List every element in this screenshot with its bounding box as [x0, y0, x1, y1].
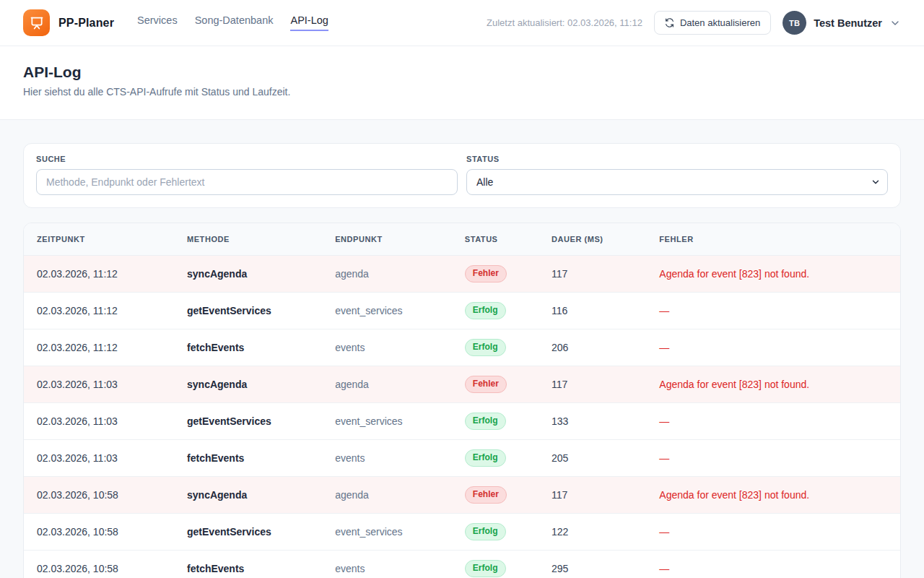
table-row: 02.03.2026, 10:58getEventServicesevent_s…: [24, 514, 900, 551]
endpoint-cell: agenda: [323, 256, 453, 293]
refresh-button-label: Daten aktualisieren: [680, 17, 760, 28]
status-select[interactable]: Alle: [466, 169, 888, 195]
endpoint-cell: events: [323, 551, 453, 578]
table-row: 02.03.2026, 11:12fetchEventseventsErfolg…: [24, 329, 900, 366]
error-message-cell: —: [648, 329, 900, 366]
refresh-button[interactable]: Daten aktualisieren: [654, 11, 771, 35]
method-cell: fetchEvents: [175, 551, 323, 578]
method-cell: syncAgenda: [175, 477, 323, 514]
duration-cell: 116: [540, 293, 648, 329]
status-cell: Fehler: [453, 477, 540, 514]
timestamp-cell: 02.03.2026, 11:03: [24, 366, 175, 403]
duration-cell: 122: [540, 514, 648, 551]
endpoint-cell: events: [323, 440, 453, 477]
table-row: 02.03.2026, 11:12syncAgendaagendaFehler1…: [24, 256, 900, 293]
table-row: 02.03.2026, 10:58syncAgendaagendaFehler1…: [24, 477, 900, 514]
endpoint-cell: event_services: [323, 293, 453, 329]
avatar: TB: [783, 11, 806, 35]
endpoint-cell: events: [323, 329, 453, 366]
table-row: 02.03.2026, 10:58fetchEventseventsErfolg…: [24, 551, 900, 578]
status-label: STATUS: [466, 155, 888, 163]
filter-card: SUCHE STATUS Alle: [23, 143, 901, 208]
duration-cell: 117: [540, 366, 648, 403]
status-badge: Erfolg: [465, 560, 506, 577]
status-field: STATUS Alle: [466, 155, 888, 195]
status-cell: Erfolg: [453, 551, 540, 578]
timestamp-cell: 02.03.2026, 10:58: [24, 551, 175, 578]
endpoint-cell: agenda: [323, 477, 453, 514]
app-logo-icon: [23, 9, 50, 36]
nav-item-services[interactable]: Services: [137, 14, 178, 31]
status-badge: Erfolg: [465, 523, 506, 540]
status-badge: Erfolg: [465, 413, 506, 430]
navbar: PP-Planer Services Song-Datenbank API-Lo…: [0, 0, 924, 46]
nav-item-api-log[interactable]: API-Log: [290, 14, 328, 31]
error-message-cell: Agenda for event [823] not found.: [648, 477, 900, 514]
navbar-right: Zuletzt aktualisiert: 02.03.2026, 11:12 …: [487, 11, 901, 35]
page-title: API-Log: [23, 64, 901, 81]
timestamp-cell: 02.03.2026, 10:58: [24, 477, 175, 514]
error-message-cell: Agenda for event [823] not found.: [648, 256, 900, 293]
status-cell: Erfolg: [453, 514, 540, 551]
nav-item-song-datenbank[interactable]: Song-Datenbank: [195, 14, 274, 31]
status-cell: Fehler: [453, 366, 540, 403]
column-header-zeitpunkt: ZEITPUNKT: [24, 223, 175, 256]
table-row: 02.03.2026, 11:03fetchEventseventsErfolg…: [24, 440, 900, 477]
timestamp-cell: 02.03.2026, 11:12: [24, 256, 175, 293]
duration-cell: 117: [540, 477, 648, 514]
chevron-down-icon: [889, 17, 901, 29]
method-cell: syncAgenda: [175, 256, 323, 293]
search-label: SUCHE: [36, 155, 458, 163]
status-badge: Erfolg: [465, 339, 506, 356]
user-name: Test Benutzer: [814, 17, 882, 29]
status-cell: Erfolg: [453, 440, 540, 477]
column-header-status: STATUS: [453, 223, 540, 256]
status-cell: Erfolg: [453, 329, 540, 366]
user-menu[interactable]: TB Test Benutzer: [783, 11, 901, 35]
status-badge: Erfolg: [465, 449, 506, 467]
method-cell: getEventServices: [175, 403, 323, 440]
error-message-cell: —: [648, 514, 900, 551]
table-row: 02.03.2026, 11:03syncAgendaagendaFehler1…: [24, 366, 900, 403]
timestamp-cell: 02.03.2026, 11:03: [24, 440, 175, 477]
brand[interactable]: PP-Planer: [23, 9, 114, 36]
column-header-methode: METHODE: [175, 223, 323, 256]
column-header-fehler: FEHLER: [648, 223, 900, 256]
page-subtitle: Hier siehst du alle CTS-API-Aufrufe mit …: [23, 86, 901, 98]
table-header-row: ZEITPUNKT METHODE ENDPUNKT STATUS DAUER …: [24, 223, 900, 256]
column-header-dauer: DAUER (MS): [540, 223, 648, 256]
column-header-endpunkt: ENDPUNKT: [323, 223, 453, 256]
endpoint-cell: event_services: [323, 514, 453, 551]
status-badge: Fehler: [465, 486, 507, 504]
log-table-body: 02.03.2026, 11:12syncAgendaagendaFehler1…: [24, 256, 900, 578]
method-cell: getEventServices: [175, 293, 323, 329]
error-message-cell: —: [648, 403, 900, 440]
last-updated-text: Zuletzt aktualisiert: 02.03.2026, 11:12: [487, 17, 642, 28]
timestamp-cell: 02.03.2026, 11:03: [24, 403, 175, 440]
page-header: API-Log Hier siehst du alle CTS-API-Aufr…: [0, 46, 924, 120]
duration-cell: 133: [540, 403, 648, 440]
error-message-cell: —: [648, 293, 900, 329]
timestamp-cell: 02.03.2026, 11:12: [24, 293, 175, 329]
brand-name: PP-Planer: [58, 17, 114, 30]
log-table: ZEITPUNKT METHODE ENDPUNKT STATUS DAUER …: [24, 223, 900, 578]
log-table-card: ZEITPUNKT METHODE ENDPUNKT STATUS DAUER …: [23, 223, 901, 578]
error-message-cell: Agenda for event [823] not found.: [648, 366, 900, 403]
status-cell: Fehler: [453, 256, 540, 293]
duration-cell: 206: [540, 329, 648, 366]
status-badge: Erfolg: [465, 302, 506, 319]
status-badge: Fehler: [465, 376, 507, 393]
method-cell: getEventServices: [175, 514, 323, 551]
table-row: 02.03.2026, 11:12getEventServicesevent_s…: [24, 293, 900, 329]
duration-cell: 295: [540, 551, 648, 578]
method-cell: fetchEvents: [175, 440, 323, 477]
duration-cell: 205: [540, 440, 648, 477]
navbar-left: PP-Planer Services Song-Datenbank API-Lo…: [23, 9, 328, 36]
refresh-icon: [665, 18, 674, 27]
method-cell: syncAgenda: [175, 366, 323, 403]
table-row: 02.03.2026, 11:03getEventServicesevent_s…: [24, 403, 900, 440]
endpoint-cell: event_services: [323, 403, 453, 440]
search-input[interactable]: [36, 169, 458, 195]
error-message-cell: —: [648, 551, 900, 578]
status-cell: Erfolg: [453, 403, 540, 440]
